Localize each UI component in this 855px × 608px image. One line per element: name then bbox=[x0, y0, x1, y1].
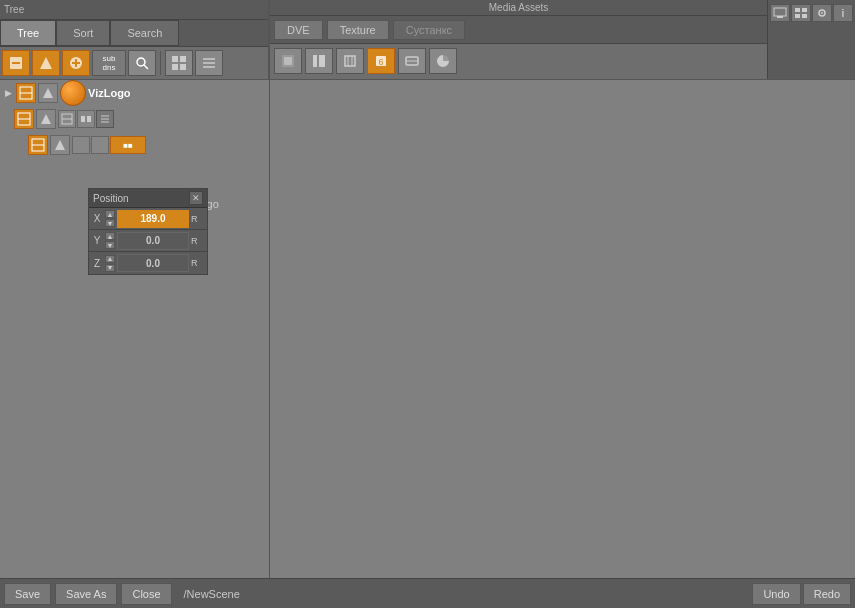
z-increment-btn[interactable]: ▲ bbox=[105, 255, 115, 263]
sub-node-icon-1 bbox=[14, 109, 34, 129]
close-button[interactable]: Close bbox=[121, 583, 171, 605]
svg-point-5 bbox=[137, 58, 145, 66]
svg-rect-4 bbox=[72, 62, 80, 64]
z-arrows: ▲ ▼ bbox=[105, 255, 115, 272]
tab-sustanks: Сустанкс bbox=[393, 20, 465, 40]
expand-arrow[interactable]: ▶ bbox=[2, 87, 14, 99]
svg-rect-16 bbox=[313, 55, 317, 67]
sub-node-icons-row bbox=[58, 110, 114, 128]
svg-point-32 bbox=[821, 12, 823, 14]
z-axis-label: Z bbox=[91, 258, 103, 269]
z-decrement-btn[interactable]: ▼ bbox=[105, 264, 115, 272]
grid-icon-btn[interactable] bbox=[791, 4, 811, 22]
media-btn-4[interactable]: 6 bbox=[367, 48, 395, 74]
node-icon-btn-3[interactable] bbox=[62, 50, 90, 76]
svg-rect-9 bbox=[172, 64, 178, 70]
media-btn-3[interactable] bbox=[336, 48, 364, 74]
x-value-input[interactable] bbox=[117, 210, 189, 228]
y-axis-label: Y bbox=[91, 235, 103, 246]
z-reset-btn[interactable]: R bbox=[191, 258, 205, 268]
x-arrows: ▲ ▼ bbox=[105, 210, 115, 227]
tree-sub-row-2[interactable]: ■■ bbox=[0, 132, 269, 158]
node-icon-btn-1[interactable] bbox=[2, 50, 30, 76]
bottom-bar: Save Save As Close /NewScene Undo Redo bbox=[0, 578, 855, 608]
sub-icon-a bbox=[58, 110, 76, 128]
node-small-icon-2 bbox=[38, 83, 58, 103]
media-toolbar: 6 bbox=[270, 44, 767, 78]
undo-button[interactable]: Undo bbox=[752, 583, 800, 605]
y-arrows: ▲ ▼ bbox=[105, 232, 115, 249]
save-as-button[interactable]: Save As bbox=[55, 583, 117, 605]
toolbar-separator bbox=[160, 51, 161, 75]
x-axis-label: X bbox=[91, 213, 103, 224]
position-popup: Position ✕ X ▲ ▼ R Y ▲ ▼ bbox=[88, 188, 208, 275]
tree-tabs: Tree Sort Search bbox=[0, 20, 268, 48]
svg-rect-17 bbox=[319, 55, 325, 67]
tree-row-vizlogo[interactable]: ▶ VizLogo bbox=[0, 80, 269, 106]
sub2-orange-bar: ■■ bbox=[110, 136, 146, 154]
y-value-input[interactable] bbox=[117, 232, 189, 250]
sub-icon-b bbox=[77, 110, 95, 128]
media-btn-5[interactable] bbox=[398, 48, 426, 74]
media-btn-1[interactable] bbox=[274, 48, 302, 74]
position-popup-title: Position bbox=[93, 193, 129, 204]
node-icon-btn-7[interactable] bbox=[195, 50, 223, 76]
node-small-icon-1 bbox=[16, 83, 36, 103]
tree-toolbar: subdns bbox=[0, 47, 268, 79]
undo-redo-group: Undo Redo bbox=[752, 583, 851, 605]
monitor-icon-btn[interactable] bbox=[770, 4, 790, 22]
y-increment-btn[interactable]: ▲ bbox=[105, 232, 115, 240]
svg-rect-40 bbox=[87, 116, 91, 122]
save-button[interactable]: Save bbox=[4, 583, 51, 605]
node-icon-btn-6[interactable] bbox=[165, 50, 193, 76]
sub2-icon-a bbox=[72, 136, 90, 154]
info-icon-btn[interactable]: i bbox=[833, 4, 853, 22]
svg-rect-25 bbox=[774, 8, 786, 16]
node-icon-btn-2[interactable] bbox=[32, 50, 60, 76]
media-btn-6[interactable] bbox=[429, 48, 457, 74]
y-reset-btn[interactable]: R bbox=[191, 236, 205, 246]
scene-path: /NewScene bbox=[176, 588, 749, 600]
svg-rect-27 bbox=[795, 8, 800, 12]
media-assets-header: Media Assets bbox=[270, 0, 767, 16]
tab-texture[interactable]: Texture bbox=[327, 20, 389, 40]
x-reset-btn[interactable]: R bbox=[191, 214, 205, 224]
svg-rect-26 bbox=[777, 16, 783, 18]
svg-rect-30 bbox=[802, 14, 807, 18]
svg-rect-8 bbox=[180, 56, 186, 62]
vizlogo-node-label: VizLogo bbox=[88, 87, 131, 99]
sub2-node-icon-1 bbox=[28, 135, 48, 155]
tree-panel-title: Tree bbox=[4, 4, 24, 15]
svg-rect-39 bbox=[81, 116, 85, 122]
svg-rect-28 bbox=[802, 8, 807, 12]
sub2-node-icon-2 bbox=[50, 135, 70, 155]
sub-node-icon-2 bbox=[36, 109, 56, 129]
position-popup-close[interactable]: ✕ bbox=[189, 191, 203, 205]
media-btn-2[interactable] bbox=[305, 48, 333, 74]
position-z-row: Z ▲ ▼ R bbox=[89, 252, 207, 274]
position-x-row: X ▲ ▼ R bbox=[89, 208, 207, 230]
svg-rect-7 bbox=[172, 56, 178, 62]
sub2-node-icons-row: ■■ bbox=[72, 136, 146, 154]
tree-sub-row-1[interactable] bbox=[0, 106, 269, 132]
sub2-icon-b bbox=[91, 136, 109, 154]
position-popup-header: Position ✕ bbox=[89, 189, 207, 208]
position-y-row: Y ▲ ▼ R bbox=[89, 230, 207, 252]
main-content: ▶ VizLogo bbox=[0, 80, 855, 578]
node-icon-btn-5[interactable] bbox=[128, 50, 156, 76]
tab-dve[interactable]: DVE bbox=[274, 20, 323, 40]
redo-button[interactable]: Redo bbox=[803, 583, 851, 605]
tab-tree[interactable]: Tree bbox=[0, 20, 56, 47]
x-decrement-btn[interactable]: ▼ bbox=[105, 219, 115, 227]
top-right-buttons: i bbox=[767, 0, 855, 79]
svg-rect-1 bbox=[12, 62, 20, 64]
gear-icon-btn[interactable] bbox=[812, 4, 832, 22]
tab-search[interactable]: Search bbox=[110, 20, 179, 47]
x-increment-btn[interactable]: ▲ bbox=[105, 210, 115, 218]
y-decrement-btn[interactable]: ▼ bbox=[105, 241, 115, 249]
tab-sort[interactable]: Sort bbox=[56, 20, 110, 47]
z-value-input[interactable] bbox=[117, 254, 189, 272]
tree-items-panel: ▶ VizLogo bbox=[0, 80, 270, 578]
node-icon-btn-4[interactable]: subdns bbox=[92, 50, 126, 76]
svg-rect-18 bbox=[345, 56, 355, 66]
